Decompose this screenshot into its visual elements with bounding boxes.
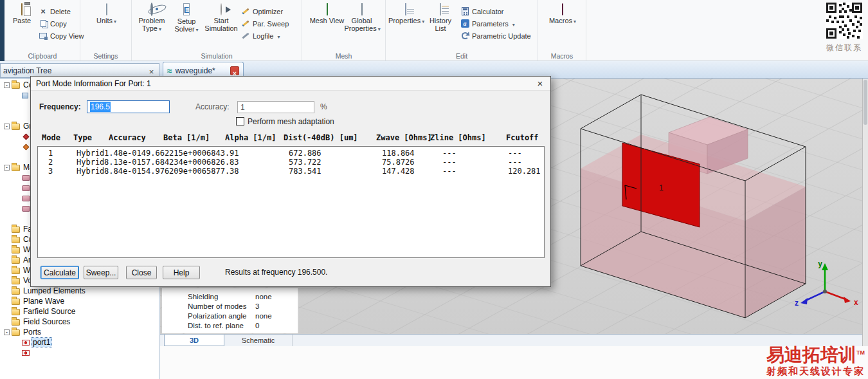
parametric-update-label: Parametric Update xyxy=(472,32,531,40)
history-list-button[interactable]: History List xyxy=(423,3,458,32)
tree-item[interactable]: port1 xyxy=(0,337,159,347)
expand-toggle[interactable] xyxy=(14,206,20,212)
cell-zline: --- xyxy=(442,158,457,167)
expand-toggle[interactable] xyxy=(4,288,10,294)
logfile-button[interactable]: Logfile xyxy=(241,32,289,40)
ribbon-group-settings: Units Settings xyxy=(80,0,132,60)
parameter-value: 0 xyxy=(255,322,259,329)
expand-toggle[interactable] xyxy=(4,319,10,325)
help-button[interactable]: Help xyxy=(163,266,200,279)
mesh-adaptation-checkbox[interactable] xyxy=(236,117,244,125)
table-row[interactable]: 1 Hybrid 1.48e-014 9.662215e+000 6843.91… xyxy=(38,149,544,158)
problem-type-button[interactable]: Problem Type xyxy=(134,3,169,33)
expand-toggle[interactable] xyxy=(4,113,10,119)
tree-item[interactable]: Plane Wave xyxy=(0,296,159,306)
expand-toggle[interactable] xyxy=(4,237,10,243)
copy-button[interactable]: Copy xyxy=(39,19,84,28)
chevron-down-icon xyxy=(572,17,576,24)
expand-toggle[interactable] xyxy=(14,185,20,191)
expand-toggle[interactable]: - xyxy=(4,124,10,129)
copy-label: Copy xyxy=(50,20,67,28)
panel-close-button[interactable] xyxy=(147,66,156,75)
expand-toggle[interactable]: - xyxy=(4,329,10,335)
tree-item[interactable]: Farfield Source xyxy=(0,306,159,317)
component-icon xyxy=(22,93,28,98)
expand-toggle[interactable] xyxy=(4,268,10,273)
column-zline: Zline [Ohms] xyxy=(430,133,486,142)
tree-item[interactable] xyxy=(0,347,159,358)
expand-toggle[interactable] xyxy=(4,257,10,263)
expand-toggle[interactable] xyxy=(14,340,20,346)
expand-toggle[interactable] xyxy=(4,278,10,284)
expand-toggle[interactable] xyxy=(14,175,20,181)
parameter-row[interactable]: Number of modes 3 xyxy=(162,301,298,311)
folder-icon xyxy=(12,226,20,233)
expand-toggle[interactable] xyxy=(4,309,10,315)
delete-button[interactable]: Delete xyxy=(39,7,84,15)
cell-alpha: 6843.91 xyxy=(206,149,239,158)
expand-toggle[interactable]: - xyxy=(4,165,10,171)
properties-button[interactable]: Properties xyxy=(388,3,423,26)
expand-toggle[interactable] xyxy=(4,247,10,253)
setup-solver-button[interactable]: Setup Solver xyxy=(169,3,204,34)
par-sweep-button[interactable]: Par. Sweep xyxy=(241,19,289,28)
tree-item[interactable]: Field Sources xyxy=(0,317,159,327)
paste-label: Paste xyxy=(8,17,36,24)
expand-toggle[interactable]: - xyxy=(4,82,10,88)
cell-type: Hybrid xyxy=(77,158,104,167)
table-row[interactable]: 3 Hybrid 8.84e-015 4.976209e+006 5877.38… xyxy=(38,167,544,176)
waveguide-icon xyxy=(167,65,172,77)
expand-toggle[interactable] xyxy=(14,196,20,201)
calculate-button[interactable]: Calculate xyxy=(41,266,79,279)
axis-x-label: x xyxy=(854,298,858,307)
tree-item[interactable]: Lumped Elements xyxy=(0,286,159,296)
document-tab-close-button[interactable] xyxy=(230,66,239,75)
expand-toggle[interactable] xyxy=(14,144,20,150)
table-row[interactable]: 2 Hybrid 8.13e-015 7.684234e+000 6826.83… xyxy=(38,158,544,167)
optimizer-button[interactable]: Optimizer xyxy=(241,7,289,15)
parameter-row[interactable]: Polarization angle none xyxy=(162,311,298,320)
tab-schematic[interactable]: Schematic xyxy=(224,335,293,346)
folder-icon xyxy=(12,237,20,243)
parameter-row[interactable]: Shielding none xyxy=(162,291,298,301)
cell-accuracy: 8.13e-015 xyxy=(104,158,146,167)
parameters-button[interactable]: Parameters xyxy=(460,19,531,28)
material-icon xyxy=(22,196,30,201)
expand-toggle[interactable] xyxy=(4,216,10,222)
navigation-tree-title: avigation Tree xyxy=(3,66,147,75)
mode-table[interactable]: 1 Hybrid 1.48e-014 9.662215e+000 6843.91… xyxy=(37,146,545,258)
paste-button[interactable]: Paste xyxy=(8,3,36,24)
tree-item-label: Farfield Source xyxy=(22,307,77,316)
vertical-scrollbar[interactable] xyxy=(862,79,868,346)
port-icon xyxy=(22,340,30,346)
dialog-titlebar[interactable]: Port Mode Information For Port: 1 xyxy=(31,77,550,91)
expand-toggle[interactable] xyxy=(14,134,20,140)
parametric-update-button[interactable]: Parametric Update xyxy=(460,32,531,40)
calculator-button[interactable]: Calculator xyxy=(460,7,531,15)
sweep-button[interactable]: Sweep... xyxy=(84,266,118,279)
group-label-clipboard: Clipboard xyxy=(5,52,80,60)
global-properties-button[interactable]: Global Properties xyxy=(345,3,379,33)
macros-button[interactable]: Macros xyxy=(545,3,580,26)
expand-toggle[interactable] xyxy=(14,93,20,98)
start-simulation-button[interactable]: Start Simulation xyxy=(204,3,239,32)
tree-item[interactable]: - Ports xyxy=(0,327,159,337)
expand-toggle[interactable] xyxy=(4,226,10,232)
accuracy-input[interactable]: 1 xyxy=(237,101,314,113)
close-button[interactable]: Close xyxy=(126,266,157,279)
dialog-close-button[interactable] xyxy=(535,78,545,89)
expand-toggle[interactable] xyxy=(14,350,20,356)
mesh-view-button[interactable]: Mesh View xyxy=(310,3,345,24)
frequency-input[interactable]: 196.5 xyxy=(87,100,170,113)
cell-dist: 573.722 xyxy=(289,158,321,167)
expand-toggle[interactable] xyxy=(4,154,10,160)
tree-item-label: port1 xyxy=(32,338,51,347)
copy-view-button[interactable]: Copy View xyxy=(39,32,84,40)
watermark-subtitle: 射频和天线设计专家 xyxy=(766,365,865,377)
tab-3d[interactable]: 3D xyxy=(164,335,224,346)
units-button[interactable]: Units xyxy=(89,3,124,26)
parameter-row[interactable]: Dist. to ref. plane 0 xyxy=(162,320,298,330)
expand-toggle[interactable] xyxy=(4,299,10,304)
axis-y-label: y xyxy=(818,259,822,268)
expand-toggle[interactable] xyxy=(4,103,10,109)
